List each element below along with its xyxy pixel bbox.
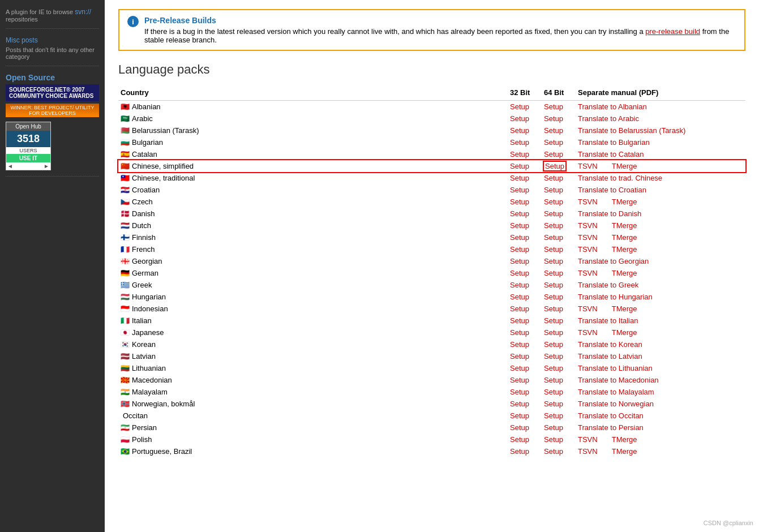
setup-64bit-link[interactable]: Setup [544, 186, 563, 194]
manual-cell[interactable]: Translate to Italian [576, 315, 745, 327]
setup-64bit-link[interactable]: Setup [544, 245, 563, 254]
setup-32bit-link[interactable]: Setup [510, 198, 529, 206]
tmerge-link[interactable]: TMerge [612, 245, 637, 254]
manual-link[interactable]: TSVN [578, 269, 598, 277]
setup-64bit[interactable]: Setup [542, 220, 576, 231]
setup-64bit-link[interactable]: Setup [544, 293, 563, 301]
setup-32bit[interactable]: Setup [508, 125, 542, 136]
setup-32bit[interactable]: Setup [508, 208, 542, 220]
setup-32bit-link[interactable]: Setup [510, 316, 529, 325]
setup-64bit[interactable]: Setup [542, 338, 576, 350]
setup-32bit-link[interactable]: Setup [510, 233, 529, 242]
setup-32bit[interactable]: Setup [508, 327, 542, 338]
manual-link[interactable]: Translate to Catalan [578, 150, 644, 158]
setup-32bit[interactable]: Setup [508, 398, 542, 410]
setup-64bit-link[interactable]: Setup [544, 233, 563, 242]
setup-64bit-link[interactable]: Setup [544, 269, 563, 277]
manual-link[interactable]: Translate to Greek [578, 281, 638, 289]
open-hub-widget[interactable]: Open Hub 3518 USERS USE IT ◄ ► [6, 122, 51, 170]
setup-32bit[interactable]: Setup [508, 374, 542, 386]
setup-32bit-link[interactable]: Setup [510, 352, 529, 361]
setup-32bit-link[interactable]: Setup [510, 221, 529, 230]
setup-64bit-link[interactable]: Setup [544, 316, 563, 325]
setup-32bit-link[interactable]: Setup [510, 102, 529, 111]
manual-link[interactable]: TSVN [578, 304, 598, 313]
setup-32bit-link[interactable]: Setup [510, 162, 529, 170]
setup-32bit-link[interactable]: Setup [510, 423, 529, 432]
hub-scroll-right[interactable]: ► [44, 163, 49, 169]
manual-link[interactable]: Translate to Macedonian [578, 376, 659, 384]
setup-32bit-link[interactable]: Setup [510, 138, 529, 147]
setup-64bit-link[interactable]: Setup [544, 281, 563, 289]
setup-32bit[interactable]: Setup [508, 362, 542, 374]
manual-link[interactable]: Translate to Malayalam [578, 388, 654, 396]
setup-64bit-link[interactable]: Setup [544, 126, 563, 135]
setup-32bit-link[interactable]: Setup [510, 209, 529, 218]
manual-link[interactable]: Translate to Belarussian (Tarask) [578, 126, 685, 135]
manual-cell[interactable]: Translate to Malayalam [576, 386, 745, 398]
tmerge-link[interactable]: TMerge [612, 162, 637, 170]
setup-32bit-link[interactable]: Setup [510, 257, 529, 265]
manual-cell[interactable]: Translate to Norwegian [576, 398, 745, 410]
manual-cell[interactable]: Translate to Albanian [576, 101, 745, 113]
setup-64bit[interactable]: Setup [542, 208, 576, 220]
manual-link[interactable]: TSVN [578, 198, 598, 206]
setup-64bit[interactable]: Setup [542, 422, 576, 434]
setup-64bit[interactable]: Setup [542, 374, 576, 386]
setup-32bit[interactable]: Setup [508, 136, 542, 148]
tmerge-link[interactable]: TMerge [612, 198, 637, 206]
manual-cell[interactable]: Translate to Greek [576, 279, 745, 291]
manual-cell[interactable]: TSVN TMerge [576, 267, 745, 279]
manual-cell[interactable]: Translate to Macedonian [576, 374, 745, 386]
manual-cell[interactable]: TSVN TMerge [576, 160, 745, 172]
setup-32bit[interactable]: Setup [508, 279, 542, 291]
setup-32bit-link[interactable]: Setup [510, 174, 529, 182]
manual-cell[interactable]: TSVN TMerge [576, 196, 745, 208]
manual-cell[interactable]: TSVN TMerge [576, 303, 745, 315]
setup-32bit[interactable]: Setup [508, 315, 542, 327]
manual-link[interactable]: Translate to Lithuanian [578, 364, 653, 372]
setup-32bit-link[interactable]: Setup [510, 245, 529, 254]
manual-link[interactable]: Translate to Italian [578, 316, 638, 325]
setup-32bit-link[interactable]: Setup [510, 150, 529, 158]
setup-32bit-link[interactable]: Setup [510, 340, 529, 349]
setup-32bit-link[interactable]: Setup [510, 304, 529, 313]
manual-link[interactable]: TSVN [578, 162, 598, 170]
setup-32bit[interactable]: Setup [508, 255, 542, 267]
setup-32bit[interactable]: Setup [508, 445, 542, 457]
setup-32bit-link[interactable]: Setup [510, 281, 529, 289]
manual-cell[interactable]: TSVN TMerge [576, 220, 745, 231]
setup-64bit-link[interactable]: Setup [544, 114, 563, 123]
setup-64bit[interactable]: Setup [542, 148, 576, 160]
setup-64bit[interactable]: Setup [542, 231, 576, 243]
manual-cell[interactable]: Translate to Croatian [576, 184, 745, 196]
manual-link[interactable]: TSVN [578, 245, 598, 254]
manual-link[interactable]: Translate to Hungarian [578, 293, 653, 301]
setup-64bit-link[interactable]: Setup [544, 388, 563, 396]
setup-64bit-link[interactable]: Setup [544, 221, 563, 230]
setup-64bit-link[interactable]: Setup [544, 435, 563, 444]
manual-cell[interactable]: Translate to Bulgarian [576, 136, 745, 148]
setup-64bit-link[interactable]: Setup [544, 447, 563, 456]
manual-link[interactable]: Translate to Arabic [578, 114, 639, 123]
tmerge-link[interactable]: TMerge [612, 435, 637, 444]
manual-link[interactable]: Translate to Norwegian [578, 400, 654, 408]
prerelease-link[interactable]: pre-release build [645, 27, 700, 36]
manual-cell[interactable]: Translate to Persian [576, 422, 745, 434]
manual-link[interactable]: Translate to Latvian [578, 352, 642, 361]
setup-32bit-link[interactable]: Setup [510, 114, 529, 123]
setup-64bit-link[interactable]: Setup [544, 400, 563, 408]
setup-32bit[interactable]: Setup [508, 291, 542, 303]
manual-link[interactable]: TSVN [578, 233, 598, 242]
setup-64bit[interactable]: Setup [542, 172, 576, 184]
setup-32bit[interactable]: Setup [508, 184, 542, 196]
manual-cell[interactable]: Translate to Lithuanian [576, 362, 745, 374]
misc-posts-link[interactable]: Misc posts [6, 36, 38, 44]
setup-64bit-link[interactable]: Setup [544, 150, 563, 158]
setup-32bit[interactable]: Setup [508, 160, 542, 172]
setup-32bit[interactable]: Setup [508, 196, 542, 208]
setup-64bit[interactable]: Setup [542, 113, 576, 125]
setup-64bit[interactable]: Setup [542, 350, 576, 362]
setup-32bit[interactable]: Setup [508, 220, 542, 231]
setup-32bit-link[interactable]: Setup [510, 388, 529, 396]
